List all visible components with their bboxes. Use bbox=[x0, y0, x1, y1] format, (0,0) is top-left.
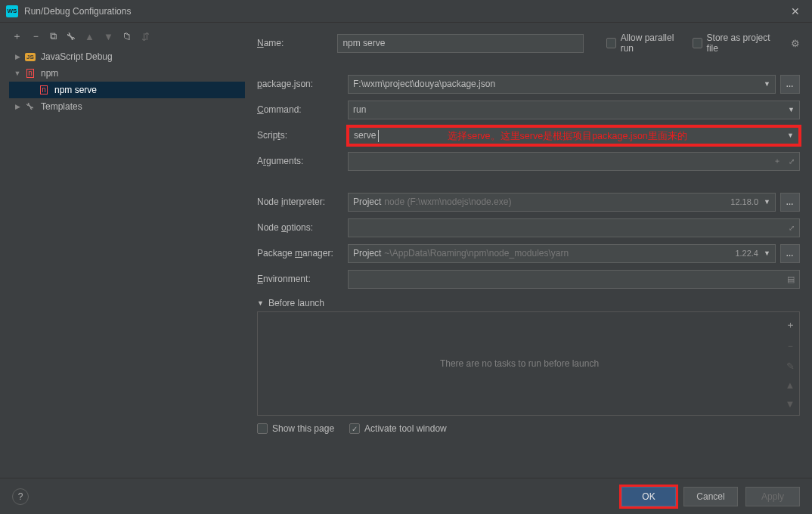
arguments-label: Arguments: bbox=[257, 156, 348, 166]
expand-icon[interactable]: ⤢ bbox=[789, 224, 795, 232]
node-options-label: Node options: bbox=[257, 222, 348, 233]
add-icon[interactable]: ＋ bbox=[12, 29, 22, 43]
ok-button[interactable]: OK bbox=[621, 487, 676, 506]
window-title: Run/Debug Configurations bbox=[24, 6, 785, 17]
chevron-down-icon: ▼ bbox=[764, 249, 770, 257]
version-badge: 1.22.4 bbox=[735, 249, 758, 258]
remove-task-icon: － bbox=[786, 339, 795, 353]
node-interpreter-label: Node interpreter: bbox=[257, 197, 348, 207]
node-options-input[interactable]: ⤢ bbox=[348, 218, 800, 237]
collapse-icon[interactable]: ⇵ bbox=[141, 31, 150, 42]
up-task-icon: ▲ bbox=[786, 379, 795, 391]
before-launch-panel: There are no tasks to run before launch … bbox=[257, 311, 800, 416]
store-project-label: Store as project file bbox=[707, 33, 773, 54]
package-json-label: package.json: bbox=[257, 79, 348, 89]
folder-icon[interactable]: 📁︎ bbox=[122, 31, 132, 42]
show-this-page-checkbox[interactable]: Show this page bbox=[257, 423, 334, 434]
version-badge: 12.18.0 bbox=[730, 197, 758, 206]
chevron-down-icon: ▼ bbox=[257, 299, 264, 307]
app-icon: WS bbox=[6, 5, 18, 17]
add-task-icon[interactable]: ＋ bbox=[786, 318, 795, 332]
empty-text: There are no tasks to run before launch bbox=[258, 312, 781, 415]
browse-button[interactable]: … bbox=[780, 193, 800, 212]
tree-label: npm serve bbox=[53, 85, 97, 95]
sidebar: ＋ － ⧉ 🔧︎ ▲ ▼ 📁︎ ⇵ ▶ JS JavaScript Debug … bbox=[0, 23, 248, 478]
tree-label: Templates bbox=[39, 101, 82, 112]
package-manager-select[interactable]: Project ~\AppData\Roaming\npm\node_modul… bbox=[348, 244, 776, 263]
activate-tool-label: Activate tool window bbox=[364, 423, 447, 434]
allow-parallel-checkbox[interactable]: Allow parallel run bbox=[606, 33, 679, 54]
tree-item-templates[interactable]: ▶ 🔧︎ Templates bbox=[9, 98, 245, 115]
chevron-right-icon: ▶ bbox=[14, 53, 21, 60]
chevron-down-icon: ▼ bbox=[787, 132, 794, 139]
chevron-down-icon: ▼ bbox=[764, 80, 770, 88]
config-tree: ▶ JS JavaScript Debug ▼ n npm n npm serv… bbox=[9, 48, 245, 472]
browse-button[interactable]: … bbox=[780, 75, 800, 94]
scripts-label: Scripts: bbox=[257, 130, 348, 141]
wrench-icon[interactable]: 🔧︎ bbox=[66, 31, 76, 42]
scripts-select[interactable]: serve 选择serve。这里serve是根据项目package.json里面… bbox=[348, 126, 800, 145]
wrench-icon: 🔧︎ bbox=[24, 101, 36, 113]
gear-icon[interactable]: ⚙ bbox=[791, 38, 800, 49]
down-task-icon: ▼ bbox=[786, 398, 795, 410]
annotation-text: 选择serve。这里serve是根据项目package.json里面来的 bbox=[448, 130, 687, 143]
command-select[interactable]: run ▼ bbox=[348, 101, 800, 119]
apply-button[interactable]: Apply bbox=[745, 487, 800, 506]
copy-icon[interactable]: ⧉ bbox=[50, 30, 57, 42]
chevron-down-icon: ▼ bbox=[788, 106, 795, 113]
down-icon[interactable]: ▼ bbox=[104, 31, 113, 42]
footer: ? OK Cancel Apply bbox=[0, 478, 812, 514]
form-panel: Name: npm serve Allow parallel run Store… bbox=[248, 23, 812, 478]
list-icon[interactable]: ▤ bbox=[787, 274, 795, 284]
before-launch-header[interactable]: ▼ Before launch bbox=[257, 298, 800, 308]
environment-label: Environment: bbox=[257, 274, 348, 284]
allow-parallel-label: Allow parallel run bbox=[621, 33, 680, 54]
arguments-input[interactable]: ＋ ⤢ bbox=[348, 152, 800, 171]
name-input[interactable]: npm serve bbox=[337, 34, 584, 53]
npm-icon: n bbox=[40, 85, 48, 94]
package-json-input[interactable]: F:\wxm\project\douya\package.json ▼ bbox=[348, 75, 776, 94]
package-manager-label: Package manager: bbox=[257, 248, 348, 259]
js-icon: JS bbox=[25, 53, 36, 61]
sidebar-toolbar: ＋ － ⧉ 🔧︎ ▲ ▼ 📁︎ ⇵ bbox=[9, 29, 245, 48]
up-icon[interactable]: ▲ bbox=[85, 31, 95, 42]
close-icon[interactable]: ✕ bbox=[785, 2, 806, 20]
chevron-right-icon: ▶ bbox=[14, 103, 21, 110]
show-page-label: Show this page bbox=[272, 423, 334, 434]
store-project-checkbox[interactable]: Store as project file bbox=[693, 33, 773, 54]
browse-button[interactable]: … bbox=[780, 244, 800, 263]
text-caret bbox=[378, 130, 379, 142]
name-label: Name: bbox=[257, 38, 337, 48]
expand-plus-icon[interactable]: ＋ bbox=[773, 156, 781, 166]
tree-item-npm[interactable]: ▼ n npm bbox=[9, 65, 245, 82]
chevron-down-icon: ▼ bbox=[764, 198, 770, 206]
activate-tool-checkbox[interactable]: Activate tool window bbox=[349, 423, 447, 434]
tree-label: JavaScript Debug bbox=[39, 51, 113, 62]
command-label: Command: bbox=[257, 104, 348, 115]
remove-icon[interactable]: － bbox=[31, 29, 41, 43]
chevron-down-icon: ▼ bbox=[14, 70, 21, 77]
cancel-button[interactable]: Cancel bbox=[683, 487, 738, 506]
environment-input[interactable]: ▤ bbox=[348, 270, 800, 289]
tree-item-npm-serve[interactable]: n npm serve bbox=[9, 82, 245, 98]
npm-icon: n bbox=[26, 69, 34, 78]
help-button[interactable]: ? bbox=[12, 488, 29, 505]
tree-label: npm bbox=[39, 68, 58, 79]
checkbox-icon bbox=[606, 38, 615, 48]
tree-item-js-debug[interactable]: ▶ JS JavaScript Debug bbox=[9, 48, 245, 65]
expand-icon[interactable]: ⤢ bbox=[789, 157, 795, 166]
node-interpreter-select[interactable]: Project node (F:\wxm\nodejs\node.exe) 12… bbox=[348, 193, 776, 212]
checkbox-icon bbox=[349, 423, 360, 434]
edit-task-icon: ✎ bbox=[786, 361, 795, 372]
titlebar: WS Run/Debug Configurations ✕ bbox=[0, 0, 812, 23]
checkbox-icon bbox=[257, 423, 268, 434]
checkbox-icon bbox=[693, 38, 702, 48]
